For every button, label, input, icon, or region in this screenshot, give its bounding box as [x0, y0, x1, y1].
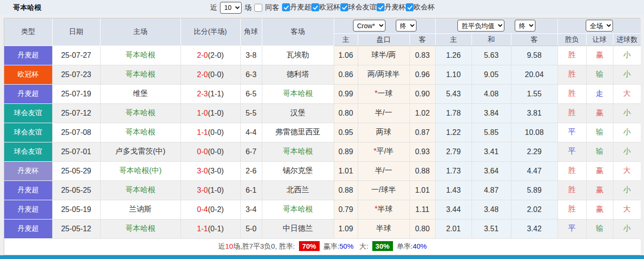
- league-checkbox-2[interactable]: [340, 3, 348, 11]
- avg-time-select[interactable]: 终: [515, 20, 535, 31]
- scope-select[interactable]: 全场: [586, 20, 613, 31]
- result-goals: 大: [613, 161, 641, 181]
- match-row: 丹麦超25-05-19兰讷斯0-4(0-2)3-4哥本哈根0.79*半球1.11…: [4, 200, 641, 219]
- result-goals: 小: [613, 103, 641, 123]
- matches-label: 场: [244, 3, 251, 12]
- league-filter: 欧冠杯: [311, 3, 340, 12]
- league-type-badge: 丹麦杯: [4, 161, 52, 181]
- home-team-name: 维堡: [133, 89, 148, 97]
- handicap-text: 一/球半: [371, 186, 396, 194]
- result-goals: 小: [613, 219, 641, 238]
- league-type-badge: 丹麦超: [4, 200, 52, 219]
- match-date: 25-07-27: [52, 46, 100, 65]
- fulltime-score: 0-0: [197, 148, 208, 156]
- away-team-name: 北西兰: [287, 186, 309, 194]
- result-goals: 小: [613, 65, 641, 84]
- result-wdl: 胜: [558, 161, 586, 181]
- home-team: 哥本哈根: [100, 65, 181, 84]
- score-cell: 0-4(0-2): [181, 200, 240, 219]
- match-row: 丹麦杯25-05-29哥本哈根(中)3-0(3-0)2-6锡尔克堡1.01半/一…: [4, 161, 641, 181]
- home-team-name: 哥本哈根: [126, 51, 156, 59]
- corner-count: 3-8: [240, 46, 262, 65]
- halftime-score: (0-1): [208, 225, 224, 233]
- result-wdl: 胜: [558, 181, 586, 200]
- avg-odds-draw: 5.85: [471, 123, 511, 142]
- avg-odds-lose: 1.55: [511, 84, 558, 103]
- sub-col-header: 胜负: [558, 33, 586, 46]
- avg-odds-lose: 4.47: [511, 161, 558, 181]
- avg-odds-win: 2.79: [435, 142, 471, 161]
- handicap-line: 一/球半: [358, 181, 409, 200]
- score-cell: 1-0(1-0): [181, 103, 240, 123]
- handicap-text: 半/一: [375, 109, 392, 117]
- col-header-corner: 角球: [240, 18, 262, 46]
- league-checkbox-0[interactable]: [282, 3, 290, 11]
- fulltime-score: 3-0: [197, 186, 208, 194]
- handicap-odds-home: 1.06: [334, 46, 358, 65]
- result-wdl: 胜: [558, 103, 586, 123]
- big-label: 大:: [359, 242, 368, 250]
- match-date: 25-07-08: [52, 123, 100, 142]
- halftime-score: (1-0): [208, 109, 224, 117]
- sub-col-header: 主: [435, 33, 471, 46]
- same-opponent-checkbox[interactable]: [254, 4, 262, 12]
- handicap-odds-home: 0.89: [334, 142, 358, 161]
- odds-source-select[interactable]: Crow*: [353, 20, 385, 31]
- handicap-odds-away: 0.88: [409, 161, 435, 181]
- result-goals: 大: [613, 200, 641, 219]
- match-date: 25-05-12: [52, 219, 100, 238]
- avg-odds-win: 1.78: [435, 103, 471, 123]
- home-team: 哥本哈根: [100, 123, 181, 142]
- recent-count-select[interactable]: 10: [220, 2, 242, 14]
- result-handicap: 走: [586, 84, 613, 103]
- result-goals: 小: [613, 123, 641, 142]
- fulltime-score: 1-0: [197, 109, 208, 117]
- home-team: 哥本哈根: [100, 219, 181, 238]
- handicap-odds-home: 0.99: [334, 84, 358, 103]
- league-filters: 丹麦超欧冠杯球会友谊丹麦杯欧会杯: [282, 3, 435, 13]
- handicap-odds-away: 1.01: [409, 181, 435, 200]
- avg-odds-lose: 2.29: [511, 142, 558, 161]
- sub-col-header: 主: [334, 33, 358, 46]
- home-team: 卢多戈雷茨(中): [100, 142, 181, 161]
- corner-count: 3-4: [240, 200, 262, 219]
- match-date: 25-07-23: [52, 65, 100, 84]
- league-checkbox-1[interactable]: [311, 3, 319, 11]
- result-handicap: 输: [586, 142, 613, 161]
- same-opponent-label: 同客: [265, 3, 279, 12]
- result-handicap: 输: [586, 219, 613, 238]
- result-wdl: 胜: [558, 84, 586, 103]
- league-type-badge: 丹麦超: [4, 219, 52, 238]
- handicap-odds-away: 1.02: [409, 103, 435, 123]
- match-row: 丹麦超25-07-19维堡2-3(1-1)6-5哥本哈根0.99*一球0.905…: [4, 84, 641, 103]
- result-handicap: 赢: [586, 161, 613, 181]
- handicap-text: 两球: [376, 128, 391, 136]
- odds-time-select[interactable]: 终: [396, 20, 416, 31]
- avg-odds-draw: 3.84: [471, 103, 511, 123]
- match-row: 球会友谊25-07-01卢多戈雷茨(中)0-0(0-0)6-7哥本哈根0.89*…: [4, 142, 641, 161]
- league-checkbox-3[interactable]: [377, 3, 385, 11]
- match-date: 25-07-19: [52, 84, 100, 103]
- handicap-odds-away: 0.90: [409, 84, 435, 103]
- home-team-name: 哥本哈根: [126, 186, 156, 194]
- avg-odds-draw: 4.87: [471, 181, 511, 200]
- match-row: 丹麦超25-07-27哥本哈根2-0(2-0)3-8瓦埃勒1.06球半/两0.8…: [4, 46, 641, 65]
- avg-odds-draw: 3.48: [471, 200, 511, 219]
- result-handicap: 赢: [586, 46, 613, 65]
- league-checkbox-4[interactable]: [406, 3, 414, 11]
- result-handicap: 赢: [586, 103, 613, 123]
- result-wdl: 平: [558, 123, 586, 142]
- avg-type-select[interactable]: 胜平负均值: [457, 20, 504, 31]
- away-team: 德利塔: [262, 65, 334, 84]
- away-team-name: 哥本哈根: [283, 147, 313, 155]
- avg-odds-win: 2.01: [435, 219, 471, 238]
- handicap-text: 两/两球半: [368, 70, 400, 78]
- halftime-score: (0-0): [208, 128, 224, 136]
- avg-odds-win: 1.22: [435, 123, 471, 142]
- match-row: 欧冠杯25-07-23哥本哈根2-0(0-0)6-3德利塔0.86两/两球半0.…: [4, 65, 641, 84]
- win-odds-label: 赢率:: [323, 242, 339, 250]
- corner-count: 6-5: [240, 84, 262, 103]
- home-team-name: 哥本哈根: [126, 224, 156, 232]
- avg-odds-lose: 10.08: [511, 123, 558, 142]
- handicap-text: 半球: [376, 224, 391, 232]
